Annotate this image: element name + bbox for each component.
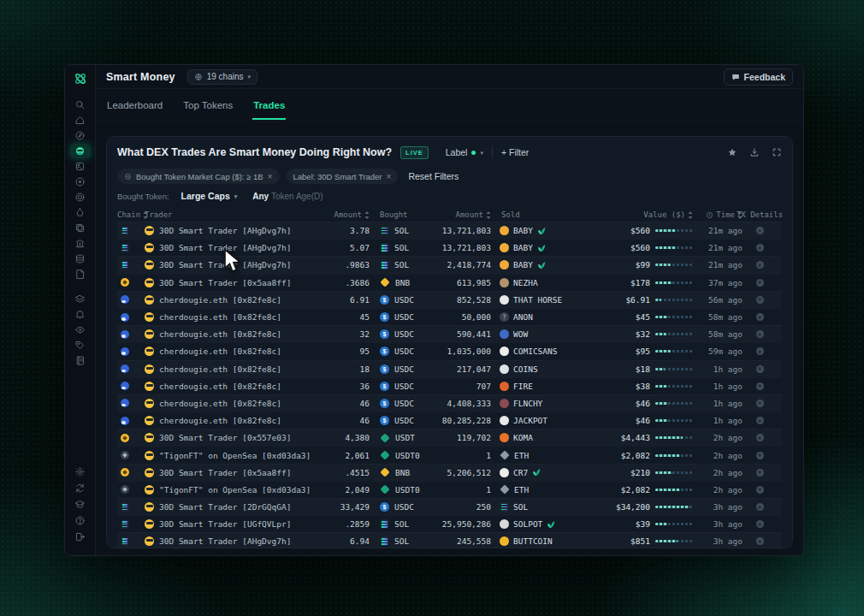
sold-token[interactable]: ETH <box>491 485 604 495</box>
trade-row[interactable]: cherdougie.eth [0x82fe8c]46$USDC80,285,2… <box>117 412 782 429</box>
column-header-chain[interactable]: Chain <box>117 210 145 219</box>
tx-details[interactable] <box>743 503 777 511</box>
sidebar-item-academy[interactable] <box>70 497 91 512</box>
trader-link[interactable]: cherdougie.eth [0x82fe8c] <box>145 382 320 391</box>
sold-token[interactable]: CR7 <box>491 468 604 477</box>
download-button[interactable] <box>749 147 760 157</box>
tx-details[interactable] <box>743 520 777 528</box>
tx-details-icon[interactable] <box>756 296 764 304</box>
trade-row[interactable]: cherdougie.eth [0x82fe8c]46$USDC4,408,33… <box>117 394 782 412</box>
trade-row[interactable]: 30D Smart Trader [0x5aa8ff].4515BNB5,206… <box>117 464 782 481</box>
tx-details[interactable] <box>743 400 777 407</box>
sidebar-item-explore[interactable] <box>70 128 91 143</box>
sold-token[interactable]: THAT HORSE <box>491 295 604 305</box>
trader-link[interactable]: cherdougie.eth [0x82fe8c] <box>145 364 320 374</box>
trader-link[interactable]: cherdougie.eth [0x82fe8c] <box>145 312 320 322</box>
sold-token[interactable]: KOMA <box>491 433 604 442</box>
tx-details[interactable] <box>743 227 777 234</box>
bought-token[interactable]: BNB <box>370 468 429 477</box>
tx-details-icon[interactable] <box>756 486 764 494</box>
trade-row[interactable]: 30D Smart Trader [AHgDvg7h]6.94SOL245,55… <box>117 532 782 548</box>
sold-token[interactable]: FIRE <box>491 382 604 391</box>
bought-token[interactable]: $USDC <box>370 329 429 339</box>
tx-details[interactable] <box>743 313 777 321</box>
trade-row[interactable]: 30D Smart Trader [AHgDvg7h].9863SOL2,418… <box>117 256 782 273</box>
tx-details-icon[interactable] <box>756 503 764 511</box>
sidebar-item-institutions[interactable] <box>70 236 91 251</box>
trade-row[interactable]: cherdougie.eth [0x82fe8c]45$USDC50,000?A… <box>117 308 782 325</box>
bought-token[interactable]: $USDC <box>370 382 429 391</box>
add-filter-button[interactable]: + Filter <box>501 147 529 157</box>
bought-token[interactable]: $USDC <box>370 346 429 356</box>
trade-row[interactable]: cherdougie.eth [0x82fe8c]18$USDC217,047C… <box>117 360 782 377</box>
trader-link[interactable]: cherdougie.eth [0x82fe8c] <box>145 295 320 305</box>
column-header-amount[interactable]: Amount <box>429 210 491 219</box>
bought-token[interactable]: $USDC <box>370 312 429 322</box>
close-icon[interactable]: × <box>387 172 392 181</box>
tx-details[interactable] <box>743 417 777 424</box>
tx-details[interactable] <box>743 434 777 441</box>
trader-link[interactable]: cherdougie.eth [0x82fe8c] <box>145 346 320 356</box>
sidebar-item-hot-contracts[interactable] <box>70 205 91 220</box>
label-dropdown[interactable]: Label ▾ <box>446 147 483 157</box>
tab-leaderboard[interactable]: Leaderboard <box>106 91 163 120</box>
trade-row[interactable]: 30D Smart Trader [AHgDvg7h]5.07SOL13,721… <box>117 239 782 256</box>
tx-details[interactable] <box>743 330 777 338</box>
sidebar-item-points[interactable] <box>70 190 91 204</box>
bought-token[interactable]: SOL <box>370 519 429 529</box>
trader-link[interactable]: 30D Smart Trader [AHgDvg7h] <box>145 536 320 546</box>
trade-row[interactable]: cherdougie.eth [0x82fe8c]95$USDC1,035,00… <box>117 342 782 359</box>
bought-token[interactable]: USDT0 <box>370 485 429 495</box>
sold-token[interactable]: ?ANON <box>491 312 604 322</box>
trade-row[interactable]: 30D Smart Trader [0x557e03]4,380USDT119,… <box>117 429 782 446</box>
trade-row[interactable]: cherdougie.eth [0x82fe8c]36$USDC707FIRE$… <box>117 377 782 394</box>
sidebar-item-smart-money[interactable] <box>70 144 91 158</box>
sidebar-item-watchlist[interactable] <box>70 323 91 337</box>
tx-details-icon[interactable] <box>756 244 764 252</box>
trader-link[interactable]: 30D Smart Trader [0x557e03] <box>145 433 320 442</box>
bought-token[interactable]: $USDC <box>370 364 429 374</box>
bought-token[interactable]: BNB <box>370 278 429 287</box>
trader-link[interactable]: cherdougie.eth [0x82fe8c] <box>145 329 320 339</box>
bought-token-dropdown[interactable]: Large Caps ▾ <box>181 191 238 201</box>
trade-row[interactable]: "TigonFT" on OpenSea [0xd03da3]2,061USDT… <box>117 446 782 463</box>
sold-token[interactable]: FLNCHY <box>491 399 604 408</box>
tx-details-icon[interactable] <box>756 452 764 459</box>
column-header-time[interactable]: Time <box>693 210 743 219</box>
sold-token[interactable]: BABY <box>491 260 604 270</box>
bought-token[interactable]: $USDC <box>370 399 429 408</box>
tx-details-icon[interactable] <box>756 261 764 269</box>
trade-row[interactable]: cherdougie.eth [0x82fe8c]6.91$USDC852,52… <box>117 291 782 308</box>
column-header-amount[interactable]: Amount <box>320 210 370 219</box>
sidebar-item-data[interactable] <box>70 252 91 266</box>
tx-details-icon[interactable] <box>756 347 764 355</box>
trader-link[interactable]: 30D Smart Trader [0x5aa8ff] <box>145 278 320 287</box>
tx-details-icon[interactable] <box>756 279 764 287</box>
tx-details[interactable] <box>743 486 777 494</box>
sidebar-item-help[interactable] <box>70 513 91 528</box>
sold-token[interactable]: SOL <box>491 502 604 512</box>
sold-token[interactable]: COINS <box>491 364 604 374</box>
filter-chip[interactable]: Bought Token Market Cap ($): ≥ 1B× <box>117 169 280 184</box>
bought-token[interactable]: SOL <box>370 243 429 252</box>
trader-link[interactable]: cherdougie.eth [0x82fe8c] <box>145 416 320 425</box>
tab-top-tokens[interactable]: Top Tokens <box>182 91 234 120</box>
trader-link[interactable]: 30D Smart Trader [UGfQVLpr] <box>145 519 320 529</box>
sidebar-item-home[interactable] <box>70 113 91 127</box>
trader-link[interactable]: cherdougie.eth [0x82fe8c] <box>145 399 320 408</box>
bought-token[interactable]: SOL <box>370 260 429 270</box>
tx-details-icon[interactable] <box>756 520 764 528</box>
chains-dropdown[interactable]: 19 chains ▾ <box>187 69 257 85</box>
sidebar-item-support[interactable] <box>70 481 91 495</box>
sold-token[interactable]: BUTTCOIN <box>491 536 604 546</box>
tx-details-icon[interactable] <box>756 434 764 441</box>
sidebar-item-alerts[interactable] <box>70 307 91 322</box>
tx-details-icon[interactable] <box>756 417 764 424</box>
bought-token[interactable]: $USDC <box>370 295 429 305</box>
tx-details[interactable] <box>743 365 777 373</box>
trade-row[interactable]: 30D Smart Trader [AHgDvg7h]3.78SOL13,721… <box>117 222 782 239</box>
trader-link[interactable]: "TigonFT" on OpenSea [0xd03da3] <box>145 485 320 495</box>
sold-token[interactable]: SOLPOT <box>491 519 604 529</box>
tx-details-icon[interactable] <box>756 382 764 390</box>
tx-details-icon[interactable] <box>756 365 764 373</box>
